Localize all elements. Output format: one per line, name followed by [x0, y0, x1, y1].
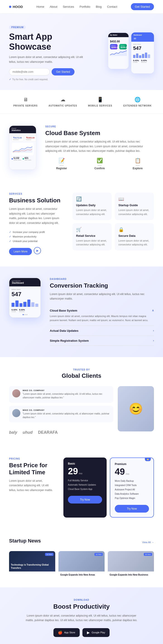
news-date-1: 12 Nov [45, 553, 53, 556]
step-explore-label: Explore [121, 167, 154, 170]
news-text-2: Google Expands Into New Areas [58, 572, 105, 578]
avatar-1 [12, 389, 20, 398]
nav-cta-button[interactable]: Get Started [131, 3, 154, 10]
accordion-arrow-1: ∧ [152, 309, 154, 312]
boost-description: Lorem ipsum dolor sit amet, consectetur … [25, 614, 138, 623]
conversion-tag: DASHBOARD [50, 278, 154, 280]
cloud-title: Cloud Base System [45, 130, 154, 137]
retail-icon: 🛒 [76, 227, 108, 232]
premium-badge: ⭐ [145, 458, 151, 461]
pricing-tag: PRICING [9, 458, 54, 460]
conversion-bars [11, 300, 38, 307]
hero-cta-button[interactable]: Get Started [52, 68, 74, 76]
hero-note: ✓ Try for free. No credit card required. [9, 78, 86, 81]
service-card-retail: 🛒 Retail Service Lorem ipsum dolor sit a… [72, 223, 112, 250]
stats-chart [13, 144, 32, 153]
stat-box-1: ₹4172.00 Revenue [11, 136, 23, 142]
service-secure-desc: Lorem ipsum dolor sit amet, consectetur … [118, 239, 150, 247]
news-card-1: 12 Nov Technology is Transforming Global… [9, 551, 55, 578]
boost-tag: DOWNLOAD [9, 599, 154, 601]
extended-network-icon: 🌐 [119, 97, 156, 103]
logo-text: HOOD [13, 5, 23, 8]
hero-description: Lorem ipsum dolor sit amet, consectetur … [9, 55, 86, 64]
dashboard-title: Dashboard [134, 34, 152, 36]
news-card-2: 12 Nov Google Expands Into New Areas [58, 551, 105, 578]
auto-updates-icon: ☁ [44, 97, 81, 103]
business-actions: Learn More ▶ [9, 246, 63, 255]
brand-3: DEARAFA [38, 430, 58, 435]
nav-contact[interactable]: Contact [107, 5, 117, 8]
news-img-1: 12 Nov Technology is Transforming Global… [9, 551, 55, 572]
step-confirm: ✅ Confirm [83, 158, 116, 170]
nav-about[interactable]: About [50, 5, 57, 8]
feature-mobile-services: 📱 Mobile Services [81, 97, 119, 107]
service-startup-title: Startup Guide [118, 204, 150, 207]
wallet-card-2: Savings $235.28 [119, 44, 127, 50]
service-retail-desc: Lorem ipsum dolor sit amet, consectetur … [76, 239, 108, 247]
accordion-title-1[interactable]: Cloud Base System ∧ [50, 309, 154, 312]
conversion-stat-1: 6.43% Growth [11, 309, 17, 312]
check-icon-2: ✓ [9, 235, 11, 238]
testimonial-2-company: MIKE CO. COMPANY [23, 409, 110, 411]
nav-portfolio[interactable]: Portfolio [79, 5, 90, 8]
stat-revenue-val: ₹4172.00 [13, 137, 22, 139]
business-description: Lorem ipsum dolor sit amet, consectetur … [9, 207, 63, 225]
accordion-title-3[interactable]: Simple Registration System › [50, 339, 154, 342]
google-play-icon: ▶ [87, 630, 90, 635]
service-updates-title: Updates Daily [76, 204, 108, 207]
news-title-1: Technology is Transforming Global Transf… [11, 563, 53, 570]
hero-left: PREMIUM Smart App Showcase Lorem ipsum d… [9, 25, 86, 81]
news-date-2: 12 Nov [94, 553, 103, 556]
view-all-link[interactable]: View All → [142, 541, 154, 544]
private-servers-icon: 🖥 [7, 97, 44, 103]
testimonial-2: MIKE CO. COMPANY "Lorem ipsum dolor sit … [9, 406, 113, 422]
clients-section: TRUSTED BY Global Clients MIKE CO. COMPA… [0, 357, 163, 446]
testimonial-2-content: MIKE CO. COMPANY "Lorem ipsum dolor sit … [23, 409, 110, 419]
clients-title: Global Clients [9, 372, 154, 379]
news-title-2: Google Expands Into New Areas [60, 573, 103, 576]
feature-label-3: Mobile Services [81, 104, 119, 107]
basic-feature-2: Automatic Network Updates [68, 483, 102, 487]
logo-dot [9, 6, 11, 8]
service-card-updates: 🔄 Updates Daily Lorem ipsum dolor sit am… [72, 192, 112, 220]
logo: HOOD [9, 5, 23, 8]
app-store-button[interactable]: 🍎 App Store [53, 628, 80, 637]
feature-label-4: Extended Network [119, 104, 156, 107]
dashboard-number: 547 [133, 45, 152, 51]
service-secure-title: Secure Data [118, 234, 150, 238]
premium-feature-2: Integrated CRM Tools [115, 483, 149, 488]
conversion-description: Lorem ipsum dolor sit amet, consectetur … [50, 292, 154, 301]
learn-more-button[interactable]: Learn More [9, 248, 32, 255]
basic-try-button[interactable]: Try Now [68, 496, 102, 504]
client-photo-inner: 😊 [118, 386, 154, 432]
accordion-arrow-2: › [153, 329, 154, 332]
phone-dots-nav [11, 314, 38, 315]
stat-active-users: 5,132 Active Users [11, 157, 21, 161]
play-button[interactable]: ▶ [34, 247, 41, 254]
news-section: Startup News View All → 12 Nov Technolog… [0, 529, 163, 587]
conversion-big-num: 547 [11, 291, 38, 298]
pricing-description: Lorem ipsum dolor sit amet, consectetur … [9, 478, 54, 492]
accordion-item-3: Simple Registration System › [50, 336, 154, 346]
stat-expense-val: ₹5483.00 [26, 137, 35, 139]
nav-home[interactable]: Home [36, 5, 44, 8]
bullet-1: ✓Increase your company profit [9, 230, 63, 234]
accordion-content-1: Lorem ipsum dolor sit amet, consectetur … [50, 314, 154, 322]
feature-auto-updates: ☁ Automatic Updates [44, 97, 81, 107]
nav-services[interactable]: Services [63, 5, 74, 8]
premium-feature-5: Pop Optimize Magin [115, 496, 149, 500]
basic-price-row: 29 mo [68, 466, 102, 476]
hero-note-text: Try for free. No credit card required. [12, 78, 48, 81]
google-play-button[interactable]: ▶ Google Play [82, 628, 110, 637]
hero-phones: My Wallet $432.00 Balance $209.45 Saving… [108, 32, 154, 74]
stats-phone-content: ₹4172.00 Revenue ₹5483.00 Expense [9, 133, 36, 170]
premium-try-button[interactable]: Try Now [115, 505, 149, 512]
wallet-phone: My Wallet $432.00 Balance $209.45 Saving… [108, 33, 129, 69]
bullet-2: ✓Maximize productivity [9, 234, 63, 239]
hero-email-input[interactable] [9, 68, 50, 76]
conversion-phone: DASHBOARD Dashboard Active Users 547 6.4… [9, 278, 41, 318]
accordion-title-2[interactable]: Actual Data Updates › [50, 329, 154, 332]
check-icon: ✓ [9, 78, 11, 81]
boost-section: DOWNLOAD Boost Productivity Lorem ipsum … [0, 587, 163, 644]
nav-blog[interactable]: Blog [96, 5, 102, 8]
